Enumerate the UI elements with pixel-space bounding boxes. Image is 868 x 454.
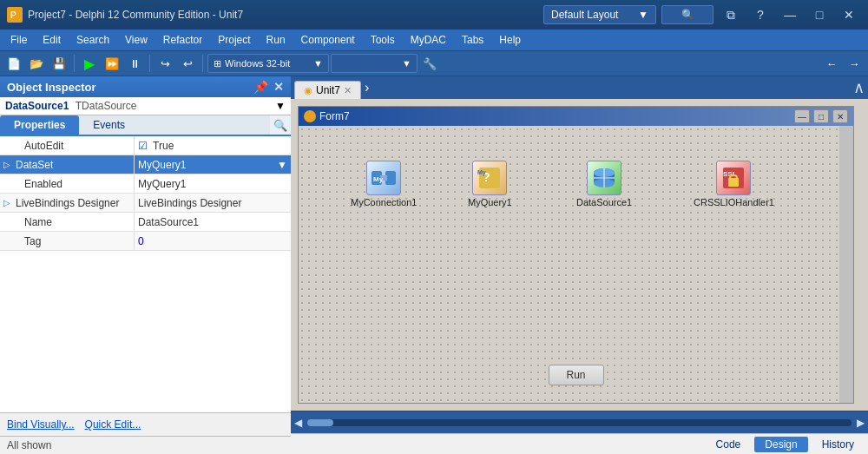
toolbar-stepinto-btn[interactable]: ↩ bbox=[177, 53, 198, 74]
toolbar-pause-btn[interactable]: ⏸ bbox=[124, 53, 145, 74]
menu-item-help[interactable]: Help bbox=[492, 32, 528, 48]
toolbar-run-btn[interactable]: ▶ bbox=[79, 53, 100, 74]
oi-check-autoedit-icon: ☑ bbox=[138, 140, 148, 152]
toolbar-sep3 bbox=[202, 55, 203, 72]
form-title-bar: Form7 — □ ✕ bbox=[299, 107, 853, 126]
oi-search-icon[interactable]: 🔍 bbox=[273, 119, 287, 132]
scroll-track[interactable] bbox=[307, 419, 852, 426]
oi-object-name-area: DataSource1 TDataSource bbox=[5, 100, 136, 112]
menu-item-component[interactable]: Component bbox=[294, 32, 362, 48]
form-scrollbar-vertical[interactable] bbox=[839, 126, 853, 403]
scroll-left-icon[interactable]: ◀ bbox=[294, 417, 302, 429]
window-maximize-button[interactable]: □ bbox=[807, 5, 832, 24]
expand-livebindings-icon: ▷ bbox=[3, 198, 10, 207]
oi-close-button[interactable]: ✕ bbox=[273, 80, 284, 94]
scroll-right-icon[interactable]: ▶ bbox=[857, 417, 865, 429]
window-restore-button[interactable]: ⧉ bbox=[719, 5, 743, 24]
oi-prop-enabled: Enabled bbox=[0, 174, 135, 193]
layout-dropdown[interactable]: Default Layout ▼ bbox=[543, 5, 656, 24]
config-chevron-icon: ▼ bbox=[402, 58, 411, 69]
oi-val-autoedit: ☑ True bbox=[135, 140, 291, 152]
menu-item-file[interactable]: File bbox=[3, 32, 34, 48]
menu-item-tools[interactable]: Tools bbox=[364, 32, 402, 48]
quick-edit-link[interactable]: Quick Edit... bbox=[85, 418, 141, 431]
bind-visually-link[interactable]: Bind Visually... bbox=[7, 418, 75, 431]
oi-row-livebindings[interactable]: ▷ LiveBindings Designer LiveBindings Des… bbox=[0, 194, 291, 213]
tab-label: Unit7 bbox=[316, 84, 340, 96]
myquery1-icon: ? My bbox=[472, 161, 507, 195]
myconnection1-icon: My bbox=[366, 161, 401, 195]
menu-item-refactor[interactable]: Refactor bbox=[156, 32, 209, 48]
tab-close-icon[interactable]: ✕ bbox=[344, 85, 352, 96]
toolbar-new-btn[interactable]: 📄 bbox=[3, 53, 24, 74]
menu-item-edit[interactable]: Edit bbox=[36, 32, 68, 48]
editor-tab-bar: ◉ Unit7 ✕ › ∧ bbox=[291, 76, 868, 99]
datasource1-icon bbox=[587, 161, 621, 195]
menu-item-view[interactable]: View bbox=[118, 32, 155, 48]
toolbar-open-btn[interactable]: 📂 bbox=[26, 53, 47, 74]
menu-item-tabs[interactable]: Tabs bbox=[455, 32, 490, 48]
layout-chevron-icon: ▼ bbox=[638, 9, 648, 21]
oi-pin-button[interactable]: 📌 bbox=[253, 80, 268, 94]
oi-object-type: TDataSource bbox=[76, 100, 137, 112]
oi-search-area[interactable]: 🔍 bbox=[270, 115, 291, 135]
tab-icon: ◉ bbox=[304, 85, 312, 96]
toolbar-save-btn[interactable]: 💾 bbox=[49, 53, 69, 74]
form-close-button[interactable]: ✕ bbox=[832, 109, 848, 123]
nav-forward-button[interactable]: → bbox=[844, 53, 865, 74]
toolbar-stepover-btn[interactable]: ↪ bbox=[155, 53, 175, 74]
component-myquery1[interactable]: ? My MyQuery1 bbox=[468, 161, 512, 207]
toolbar-run-step-btn[interactable]: ⏩ bbox=[102, 53, 122, 74]
menu-item-mydac[interactable]: MyDAC bbox=[404, 32, 453, 48]
menu-item-run[interactable]: Run bbox=[260, 32, 293, 48]
editor-tab-unit7[interactable]: ◉ Unit7 ✕ bbox=[294, 81, 361, 99]
oi-row-tag[interactable]: Tag 0 bbox=[0, 232, 291, 251]
oi-val-dataset: MyQuery1 ▼ bbox=[135, 159, 291, 171]
window-close-button[interactable]: ✕ bbox=[837, 5, 861, 24]
oi-object-selector[interactable]: DataSource1 TDataSource ▼ bbox=[0, 97, 291, 115]
toolbar-extra-btn[interactable]: 🔧 bbox=[419, 53, 440, 74]
search-icon: 🔍 bbox=[681, 9, 694, 21]
oi-tab-events[interactable]: Events bbox=[79, 115, 139, 135]
crsslio1-label: CRSSLIOHandler1 bbox=[694, 197, 774, 207]
form-title-label: Form7 bbox=[319, 110, 350, 122]
window-help-button[interactable]: ? bbox=[748, 5, 773, 24]
oi-row-dataset[interactable]: ▷ DataSet MyQuery1 ▼ bbox=[0, 155, 291, 174]
window-minimize-button[interactable]: — bbox=[778, 5, 802, 24]
oi-row-name[interactable]: Name DataSource1 bbox=[0, 213, 291, 232]
dataset-dropdown-icon[interactable]: ▼ bbox=[277, 159, 287, 171]
component-crsslio1[interactable]: SSL CRSSLIOHandler1 bbox=[694, 161, 774, 207]
menu-item-project[interactable]: Project bbox=[211, 32, 257, 48]
config-dropdown[interactable]: ▼ bbox=[331, 54, 418, 73]
global-search-box[interactable]: 🔍 bbox=[661, 5, 713, 24]
menu-item-search[interactable]: Search bbox=[69, 32, 116, 48]
form-designer[interactable]: Form7 — □ ✕ bbox=[291, 99, 868, 411]
form-run-button[interactable]: Run bbox=[548, 365, 603, 385]
platform-chevron-icon: ▼ bbox=[313, 58, 323, 69]
bottom-tab-design[interactable]: Design bbox=[754, 437, 807, 452]
menu-bar: FileEditSearchViewRefactorProjectRunComp… bbox=[0, 30, 868, 50]
form-minimize-button[interactable]: — bbox=[794, 109, 810, 123]
myquery1-label: MyQuery1 bbox=[468, 197, 512, 207]
toolbar-sep2 bbox=[149, 55, 150, 72]
bottom-tab-history[interactable]: History bbox=[812, 437, 865, 452]
expand-dataset-icon: ▷ bbox=[3, 160, 10, 169]
svg-text:My: My bbox=[477, 169, 486, 176]
tab-overflow-chevron-icon[interactable]: › bbox=[365, 80, 369, 95]
platform-dropdown[interactable]: ⊞ Windows 32-bit ▼ bbox=[207, 54, 329, 73]
oi-row-autoedit[interactable]: AutoEdit ☑ True bbox=[0, 136, 291, 155]
form-body[interactable]: My MyConnection1 ? My bbox=[299, 126, 853, 403]
oi-row-enabled[interactable]: Enabled MyQuery1 bbox=[0, 174, 291, 194]
panel-collapse-icon[interactable]: ∧ bbox=[853, 78, 865, 97]
oi-selector-chevron-icon[interactable]: ▼ bbox=[275, 100, 286, 112]
scroll-thumb[interactable] bbox=[307, 419, 333, 426]
component-myconnection1[interactable]: My MyConnection1 bbox=[351, 161, 417, 207]
nav-back-button[interactable]: ← bbox=[821, 53, 842, 74]
component-datasource1[interactable]: DataSource1 bbox=[576, 161, 632, 207]
oi-status: All shown bbox=[0, 436, 291, 454]
oi-tab-properties[interactable]: Properties bbox=[0, 115, 79, 135]
form-maximize-button[interactable]: □ bbox=[813, 109, 829, 123]
form-app-icon bbox=[304, 110, 316, 122]
bottom-tab-code[interactable]: Code bbox=[706, 437, 752, 452]
horizontal-scrollbar[interactable]: ◀ ▶ bbox=[294, 417, 865, 429]
